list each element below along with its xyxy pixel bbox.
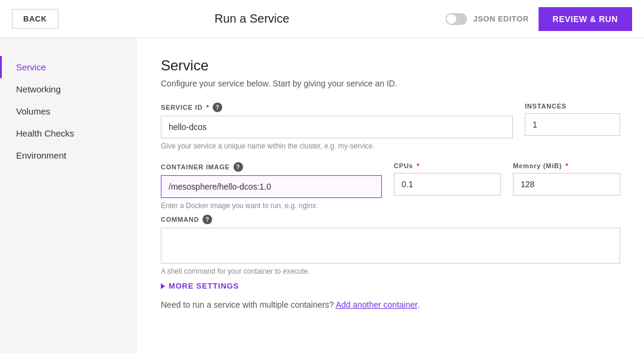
more-settings-label: MORE SETTINGS — [169, 281, 239, 290]
container-image-group: CONTAINER IMAGE ? Enter a Docker image y… — [161, 162, 382, 210]
main-layout: Service Networking Volumes Health Checks… — [0, 38, 644, 353]
instances-label: INSTANCES — [525, 103, 620, 110]
header-title: Run a Service — [214, 12, 290, 26]
add-container-link[interactable]: Add another container — [335, 300, 417, 309]
service-id-group: SERVICE ID * ? Give your service a uniqu… — [161, 103, 513, 150]
instances-group: INSTANCES — [525, 103, 620, 136]
cpus-input[interactable] — [394, 173, 501, 196]
container-image-input[interactable] — [161, 175, 382, 198]
header-right-controls: JSON EDITOR REVIEW & RUN — [446, 7, 632, 31]
command-help-icon[interactable]: ? — [203, 215, 212, 224]
memory-group: Memory (MiB) * — [513, 162, 620, 196]
more-settings-triangle-icon — [161, 283, 165, 289]
service-id-input[interactable] — [161, 116, 513, 138]
service-id-help-icon[interactable]: ? — [213, 103, 222, 112]
sidebar-item-health-checks[interactable]: Health Checks — [0, 122, 137, 144]
container-image-help-icon[interactable]: ? — [234, 162, 243, 172]
service-id-instances-row: SERVICE ID * ? Give your service a uniqu… — [161, 103, 620, 150]
json-editor-toggle[interactable] — [446, 13, 467, 25]
review-run-button[interactable]: REVIEW & RUN — [539, 7, 632, 31]
multi-container-text: Need to run a service with multiple cont… — [161, 300, 620, 309]
cpus-required: * — [417, 162, 420, 169]
page-description: Configure your service below. Start by g… — [161, 79, 620, 88]
command-hint: A shell command for your container to ex… — [161, 267, 620, 275]
service-id-hint: Give your service a unique name within t… — [161, 142, 513, 150]
sidebar-item-volumes[interactable]: Volumes — [0, 100, 137, 122]
page-title: Service — [161, 57, 620, 74]
sidebar-item-environment[interactable]: Environment — [0, 144, 137, 166]
content-area: Service Configure your service below. St… — [137, 38, 644, 353]
memory-label: Memory (MiB) * — [513, 162, 620, 169]
command-group: COMMAND ? A shell command for your conta… — [161, 215, 620, 275]
command-label: COMMAND ? — [161, 215, 620, 224]
more-settings-toggle[interactable]: MORE SETTINGS — [161, 281, 620, 290]
cpus-label: CPUs * — [394, 162, 501, 169]
cpus-group: CPUs * — [394, 162, 501, 196]
command-input[interactable] — [161, 228, 620, 264]
header: BACK Run a Service JSON EDITOR REVIEW & … — [0, 0, 644, 38]
memory-required: * — [565, 162, 568, 169]
json-editor-toggle-label: JSON EDITOR — [446, 13, 528, 25]
json-editor-label: JSON EDITOR — [473, 14, 528, 23]
sidebar: Service Networking Volumes Health Checks… — [0, 38, 137, 353]
service-id-label: SERVICE ID * ? — [161, 103, 513, 112]
container-cpus-memory-row: CONTAINER IMAGE ? Enter a Docker image y… — [161, 162, 620, 210]
memory-input[interactable] — [513, 173, 620, 196]
container-image-hint: Enter a Docker image you want to run, e.… — [161, 202, 382, 210]
sidebar-item-service[interactable]: Service — [0, 56, 137, 78]
back-button[interactable]: BACK — [12, 9, 58, 29]
service-id-required: * — [206, 104, 209, 111]
instances-input[interactable] — [525, 113, 620, 136]
container-image-label: CONTAINER IMAGE ? — [161, 162, 382, 172]
sidebar-item-networking[interactable]: Networking — [0, 78, 137, 100]
